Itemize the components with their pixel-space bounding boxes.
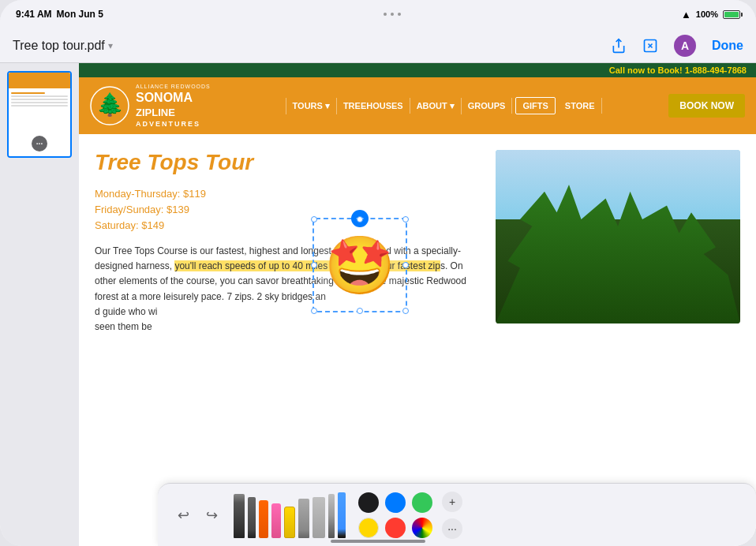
status-center-dots	[384, 13, 401, 16]
blue-pen-tool[interactable]	[338, 492, 346, 538]
nav-groups[interactable]: GROUPS	[462, 98, 513, 114]
color-row-bottom	[358, 518, 432, 538]
status-bar: 9:41 AM Mon Jun 5 ▲ 100%	[0, 0, 756, 28]
site-header: Call now to Book! 1-888-494-7868 🌲 ALL	[79, 63, 756, 134]
site-logo: 🌲 ALLIANCE REDWOODS SONOMA ZIPLINE ADVEN…	[90, 83, 211, 129]
logo-sonoma: SONOMA	[136, 90, 211, 107]
nav-gifts[interactable]: GIFTS	[515, 97, 555, 114]
book-now-button[interactable]: BOOK NOW	[668, 94, 745, 118]
logo-text: ALLIANCE REDWOODS SONOMA ZIPLINE ADVENTU…	[136, 83, 211, 129]
undo-button[interactable]: ↩	[170, 503, 196, 528]
color-yellow[interactable]	[358, 518, 379, 538]
redo-button[interactable]: ↪	[199, 503, 224, 528]
forest-photo	[496, 150, 740, 323]
author-initial: A	[681, 39, 689, 52]
page-content: Tree Tops Tour Monday-Thursday: $119 Fri…	[79, 134, 756, 342]
colors-section	[358, 492, 432, 538]
pricing: Monday-Thursday: $119 Friday/Sunday: $13…	[95, 188, 480, 231]
pdf-page: Call now to Book! 1-888-494-7868 🌲 ALL	[79, 63, 756, 546]
site-nav: 🌲 ALLIANCE REDWOODS SONOMA ZIPLINE ADVEN…	[79, 77, 756, 134]
home-indicator	[331, 540, 425, 543]
bottom-toolbar: ↩ ↪	[158, 483, 756, 546]
color-green[interactable]	[412, 492, 432, 513]
marker-yellow-tool[interactable]	[284, 507, 295, 538]
ipad-frame: 9:41 AM Mon Jun 5 ▲ 100% Tree top tour.p…	[0, 0, 756, 546]
color-red[interactable]	[385, 518, 406, 538]
battery-icon	[723, 10, 740, 19]
more-options-button[interactable]: ···	[442, 518, 462, 539]
document-title-area[interactable]: Tree top tour.pdf ▾	[13, 39, 113, 53]
nav-tours[interactable]: TOURS ▾	[286, 98, 337, 114]
description: Our Tree Tops Course is our fastest, hig…	[95, 244, 480, 335]
title-chevron-icon[interactable]: ▾	[108, 40, 113, 51]
drawing-tools-group	[234, 492, 346, 538]
thumbnail-more-button[interactable]: ···	[32, 136, 47, 151]
price-line-1: Monday-Thursday: $119	[95, 188, 480, 200]
content-right	[496, 150, 740, 335]
wifi-icon: ▲	[681, 9, 691, 21]
price-line-3: Saturday: $149	[95, 219, 480, 231]
content-area: ··· Call now to Book! 1-888-494-7868	[0, 63, 756, 546]
desc-part3: d guide who wi	[95, 306, 157, 317]
logo-tree-icon: 🌲	[90, 84, 129, 127]
author-icon[interactable]: A	[674, 35, 696, 57]
content-left: Tree Tops Tour Monday-Thursday: $119 Fri…	[95, 150, 480, 335]
status-time: 9:41 AM	[16, 9, 52, 20]
handle-top-right[interactable]	[402, 216, 409, 223]
color-picker[interactable]	[412, 518, 432, 538]
page-thumbnail[interactable]: ···	[7, 71, 72, 158]
battery-percent: 100%	[696, 9, 718, 19]
undo-redo-group: ↩ ↪	[170, 503, 224, 528]
emoji-sticker[interactable]: ··· 🤩	[313, 218, 407, 312]
document-title: Tree top tour.pdf	[13, 39, 105, 53]
done-button[interactable]: Done	[712, 39, 743, 53]
nav-treehouses[interactable]: TREEHOUSES	[337, 98, 410, 114]
color-black[interactable]	[358, 492, 379, 513]
site-topbar: Call now to Book! 1-888-494-7868	[79, 63, 756, 77]
ruler-tool[interactable]	[313, 497, 325, 538]
marker-pink-tool[interactable]	[271, 503, 281, 538]
svg-text:🌲: 🌲	[96, 92, 124, 118]
handle-mid-top[interactable]	[357, 216, 363, 223]
topbar-phone: Call now to Book! 1-888-494-7868	[609, 65, 747, 75]
add-tool-button[interactable]: +	[442, 492, 462, 512]
nav-items: TOURS ▾ TREEHOUSES ABOUT ▾ GRO	[226, 97, 661, 114]
nav-store[interactable]: STORE	[559, 98, 602, 114]
status-date: Mon Jun 5	[57, 9, 103, 20]
handle-bottom-left[interactable]	[311, 308, 317, 314]
pencil-tool[interactable]	[234, 494, 245, 538]
logo-adventures: ADVENTURES	[136, 120, 211, 129]
pdf-viewer: Call now to Book! 1-888-494-7868 🌲 ALL	[79, 63, 756, 546]
handle-mid-left[interactable]	[311, 262, 317, 268]
markup-button[interactable]	[642, 38, 658, 54]
handle-mid-bottom[interactable]	[357, 308, 363, 314]
about-chevron-icon: ▾	[450, 101, 455, 111]
tour-title: Tree Tops Tour	[95, 150, 480, 175]
share-button[interactable]	[611, 38, 627, 54]
handle-top-left[interactable]	[311, 216, 317, 223]
desc-part4: seen them be	[95, 321, 152, 332]
marker-orange-tool[interactable]	[259, 500, 268, 538]
tours-chevron-icon: ▾	[325, 101, 330, 111]
price-line-2: Friday/Sunday: $139	[95, 204, 480, 215]
sidebar: ···	[0, 63, 79, 546]
toolbar-actions: A Done	[611, 35, 743, 57]
handle-mid-right[interactable]	[402, 262, 409, 268]
handle-bottom-right[interactable]	[402, 308, 409, 314]
color-blue[interactable]	[385, 492, 406, 513]
pen-tool[interactable]	[248, 497, 256, 538]
top-toolbar: Tree top tour.pdf ▾ A Done	[0, 28, 756, 63]
emoji-char: 🤩	[324, 237, 395, 294]
nav-about[interactable]: ABOUT ▾	[410, 98, 462, 114]
eraser-tool[interactable]	[298, 499, 309, 538]
stylus-tool[interactable]	[328, 494, 335, 538]
toolbar-extra: + ···	[442, 492, 462, 539]
logo-alliance: ALLIANCE REDWOODS	[136, 83, 211, 90]
status-right: ▲ 100%	[681, 9, 740, 21]
logo-zipline: ZIPLINE	[136, 107, 211, 120]
color-row-top	[358, 492, 432, 513]
